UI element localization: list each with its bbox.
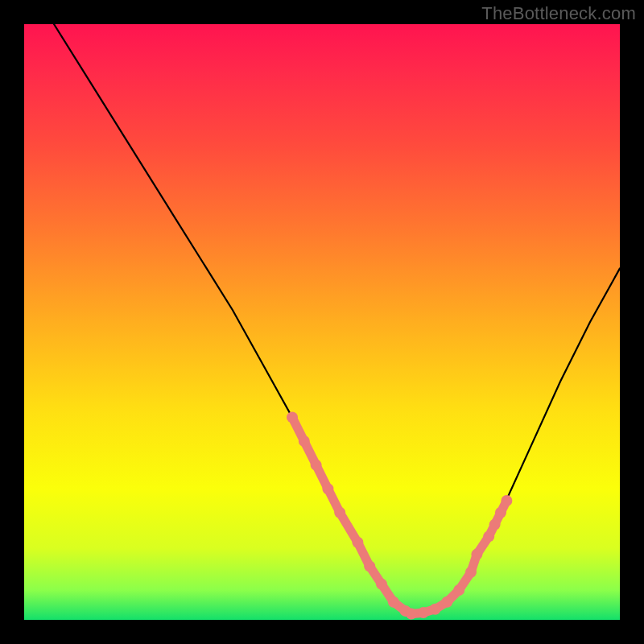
- marker-dot: [376, 579, 387, 590]
- marker-dot: [418, 607, 429, 618]
- marker-dot: [287, 411, 298, 423]
- marker-dot: [364, 560, 375, 572]
- bottleneck-curve-path: [54, 24, 620, 614]
- marker-dot: [453, 584, 464, 596]
- marker-dot: [483, 530, 494, 542]
- marker-dot: [441, 597, 452, 608]
- marker-dot: [299, 436, 310, 447]
- marker-dot: [430, 604, 441, 615]
- marker-dot: [322, 483, 333, 494]
- marker-dot: [501, 495, 512, 506]
- marker-dot: [334, 507, 345, 518]
- marker-dot: [388, 597, 399, 608]
- plot-area: [24, 24, 620, 620]
- marker-dot: [311, 460, 322, 471]
- marker-dot: [465, 567, 477, 578]
- marker-group: [287, 411, 512, 619]
- watermark-text: TheBottleneck.com: [481, 3, 636, 24]
- marker-dot: [489, 519, 501, 530]
- marker-dot: [352, 537, 363, 548]
- marker-dot: [406, 609, 417, 620]
- chart-overlay: [24, 24, 620, 620]
- marker-dot: [495, 507, 506, 518]
- marker-dot: [471, 549, 482, 560]
- chart-frame: TheBottleneck.com: [0, 0, 644, 644]
